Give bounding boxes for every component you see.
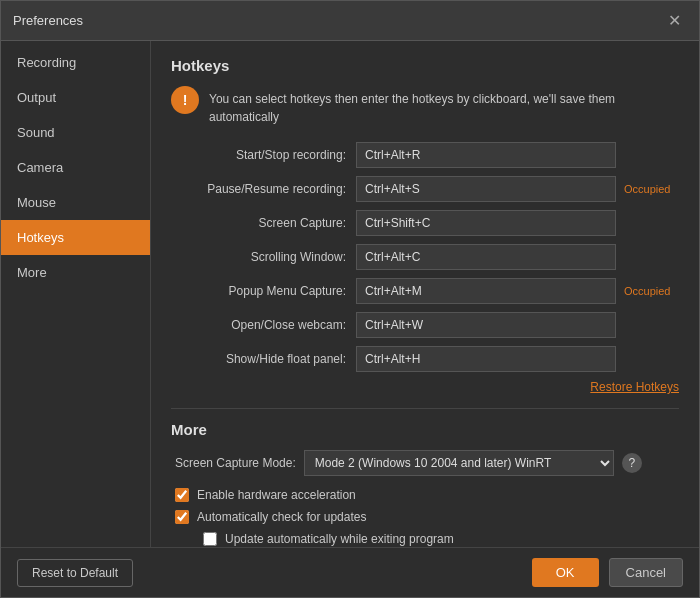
hw-accel-checkbox[interactable] xyxy=(175,488,189,502)
more-title: More xyxy=(171,421,679,438)
hotkey-input-scrolling-window[interactable] xyxy=(356,244,616,270)
close-button[interactable]: ✕ xyxy=(662,9,687,32)
hotkey-row-float-panel: Show/Hide float panel: xyxy=(171,346,679,372)
section-divider xyxy=(171,408,679,409)
hotkey-input-popup-menu[interactable] xyxy=(356,278,616,304)
hotkey-label-start-stop: Start/Stop recording: xyxy=(171,148,356,162)
checkbox-auto-check: Automatically check for updates xyxy=(175,510,679,524)
hotkey-row-screen-capture: Screen Capture: xyxy=(171,210,679,236)
hotkey-row-webcam: Open/Close webcam: xyxy=(171,312,679,338)
ok-button[interactable]: OK xyxy=(532,558,599,587)
sidebar-item-sound[interactable]: Sound xyxy=(1,115,150,150)
hotkey-label-screen-capture: Screen Capture: xyxy=(171,216,356,230)
hotkey-row-start-stop: Start/Stop recording: xyxy=(171,142,679,168)
more-section: More Screen Capture Mode: Mode 2 (Window… xyxy=(171,421,679,547)
capture-mode-label: Screen Capture Mode: xyxy=(175,456,296,470)
checkbox-update-exit: Update automatically while exiting progr… xyxy=(203,532,679,546)
occupied-pause-resume: Occupied xyxy=(624,183,679,195)
sidebar-item-recording[interactable]: Recording xyxy=(1,45,150,80)
notice-text: You can select hotkeys then enter the ho… xyxy=(209,86,679,126)
hotkey-input-float-panel[interactable] xyxy=(356,346,616,372)
notice-icon: ! xyxy=(171,86,199,114)
help-button[interactable]: ? xyxy=(622,453,642,473)
hotkey-input-screen-capture[interactable] xyxy=(356,210,616,236)
auto-check-checkbox[interactable] xyxy=(175,510,189,524)
sidebar-item-output[interactable]: Output xyxy=(1,80,150,115)
hotkey-label-pause-resume: Pause/Resume recording: xyxy=(171,182,356,196)
capture-mode-row: Screen Capture Mode: Mode 2 (Windows 10 … xyxy=(175,450,679,476)
hotkey-label-scrolling-window: Scrolling Window: xyxy=(171,250,356,264)
occupied-popup-menu: Occupied xyxy=(624,285,679,297)
hotkey-input-pause-resume[interactable] xyxy=(356,176,616,202)
update-exit-checkbox[interactable] xyxy=(203,532,217,546)
sidebar-item-hotkeys[interactable]: Hotkeys xyxy=(1,220,150,255)
hotkey-row-pause-resume: Pause/Resume recording: Occupied xyxy=(171,176,679,202)
title-bar: Preferences ✕ xyxy=(1,1,699,41)
cancel-button[interactable]: Cancel xyxy=(609,558,683,587)
content-area: Hotkeys ! You can select hotkeys then en… xyxy=(151,41,699,547)
hotkey-row-scrolling-window: Scrolling Window: xyxy=(171,244,679,270)
hotkey-label-float-panel: Show/Hide float panel: xyxy=(171,352,356,366)
hw-accel-label: Enable hardware acceleration xyxy=(197,488,356,502)
sidebar-item-more[interactable]: More xyxy=(1,255,150,290)
hotkey-input-start-stop[interactable] xyxy=(356,142,616,168)
dialog-title: Preferences xyxy=(13,13,83,28)
capture-mode-select[interactable]: Mode 2 (Windows 10 2004 and later) WinRT… xyxy=(304,450,614,476)
checkbox-hw-accel: Enable hardware acceleration xyxy=(175,488,679,502)
restore-hotkeys-link[interactable]: Restore Hotkeys xyxy=(171,380,679,394)
reset-default-button[interactable]: Reset to Default xyxy=(17,559,133,587)
sidebar: Recording Output Sound Camera Mouse Hotk… xyxy=(1,41,151,547)
hotkey-row-popup-menu: Popup Menu Capture: Occupied xyxy=(171,278,679,304)
auto-check-label: Automatically check for updates xyxy=(197,510,366,524)
update-exit-label: Update automatically while exiting progr… xyxy=(225,532,454,546)
hotkey-label-popup-menu: Popup Menu Capture: xyxy=(171,284,356,298)
main-area: Recording Output Sound Camera Mouse Hotk… xyxy=(1,41,699,547)
hotkey-label-webcam: Open/Close webcam: xyxy=(171,318,356,332)
notice-box: ! You can select hotkeys then enter the … xyxy=(171,86,679,126)
preferences-dialog: Preferences ✕ Recording Output Sound Cam… xyxy=(0,0,700,598)
footer-right: OK Cancel xyxy=(532,558,683,587)
footer: Reset to Default OK Cancel xyxy=(1,547,699,597)
hotkey-input-webcam[interactable] xyxy=(356,312,616,338)
sidebar-item-camera[interactable]: Camera xyxy=(1,150,150,185)
hotkeys-title: Hotkeys xyxy=(171,57,679,74)
sidebar-item-mouse[interactable]: Mouse xyxy=(1,185,150,220)
